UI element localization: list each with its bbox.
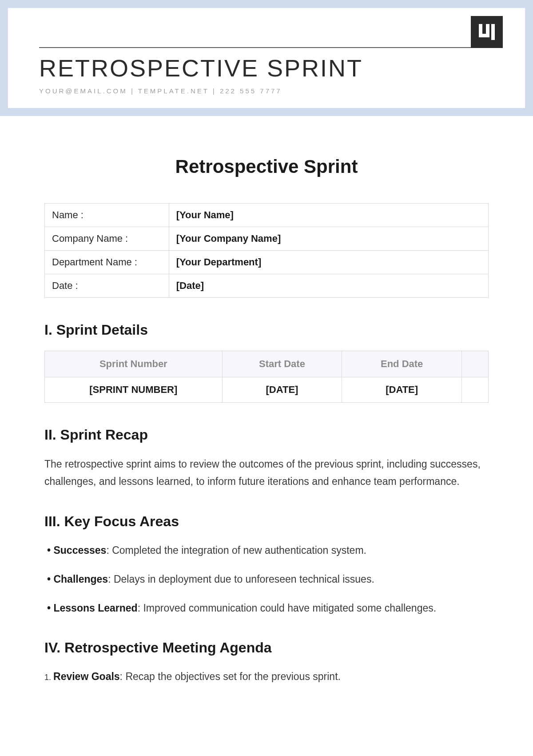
spacer-cell — [462, 377, 489, 403]
svg-rect-2 — [486, 24, 489, 34]
section-heading-sprint-recap: II. Sprint Recap — [44, 427, 489, 443]
item-label: Challenges — [53, 573, 108, 585]
key-focus-list: Successes: Completed the integration of … — [44, 542, 489, 616]
header-subtitle: YOUR@EMAIL.COM | TEMPLATE.NET | 222 555 … — [39, 87, 503, 95]
list-item: Successes: Completed the integration of … — [44, 542, 489, 559]
cell-end-date: [DATE] — [342, 377, 462, 403]
column-header: End Date — [342, 351, 462, 377]
svg-rect-1 — [479, 34, 489, 37]
section-heading-key-focus: III. Key Focus Areas — [44, 513, 489, 530]
list-item: Challenges: Delays in deployment due to … — [44, 571, 489, 588]
agenda-list: Review Goals: Recap the objectives set f… — [44, 668, 489, 685]
info-value: [Date] — [169, 274, 488, 298]
info-value: [Your Company Name] — [169, 227, 488, 251]
content-area: Retrospective Sprint Name : [Your Name] … — [0, 116, 533, 684]
info-table: Name : [Your Name] Company Name : [Your … — [44, 203, 489, 298]
sprint-details-table: Sprint Number Start Date End Date [SPRIN… — [44, 351, 489, 403]
column-header: Start Date — [222, 351, 342, 377]
item-text: : Improved communication could have miti… — [138, 602, 436, 614]
info-label: Department Name : — [45, 251, 169, 274]
svg-rect-3 — [491, 24, 495, 40]
item-label: Lessons Learned — [53, 602, 137, 614]
item-text: : Recap the objectives set for the previ… — [120, 671, 341, 682]
info-label: Company Name : — [45, 227, 169, 251]
item-text: : Completed the integration of new authe… — [106, 544, 366, 556]
cell-sprint-number: [SPRINT NUMBER] — [45, 377, 223, 403]
cell-start-date: [DATE] — [222, 377, 342, 403]
table-row: Date : [Date] — [45, 274, 489, 298]
recap-text: The retrospective sprint aims to review … — [44, 456, 489, 490]
list-item: Lessons Learned: Improved communication … — [44, 600, 489, 616]
header-divider — [39, 47, 503, 48]
header-title: RETROSPECTIVE SPRINT — [39, 54, 503, 82]
info-value: [Your Name] — [169, 204, 488, 227]
table-row: [SPRINT NUMBER] [DATE] [DATE] — [45, 377, 489, 403]
section-heading-agenda: IV. Retrospective Meeting Agenda — [44, 640, 489, 656]
table-row: Department Name : [Your Department] — [45, 251, 489, 274]
list-item: Review Goals: Recap the objectives set f… — [44, 668, 489, 685]
logo-icon — [471, 16, 503, 48]
header-band: RETROSPECTIVE SPRINT YOUR@EMAIL.COM | TE… — [0, 0, 533, 116]
page-title: Retrospective Sprint — [44, 156, 489, 177]
table-header-row: Sprint Number Start Date End Date — [45, 351, 489, 377]
header-inner: RETROSPECTIVE SPRINT YOUR@EMAIL.COM | TE… — [8, 8, 525, 108]
item-label: Successes — [53, 544, 106, 556]
info-label: Date : — [45, 274, 169, 298]
table-row: Company Name : [Your Company Name] — [45, 227, 489, 251]
info-value: [Your Department] — [169, 251, 488, 274]
item-label: Review Goals — [53, 671, 120, 682]
section-heading-sprint-details: I. Sprint Details — [44, 322, 489, 338]
spacer-column — [462, 351, 489, 377]
item-text: : Delays in deployment due to unforeseen… — [108, 573, 374, 585]
info-label: Name : — [45, 204, 169, 227]
column-header: Sprint Number — [45, 351, 223, 377]
table-row: Name : [Your Name] — [45, 204, 489, 227]
